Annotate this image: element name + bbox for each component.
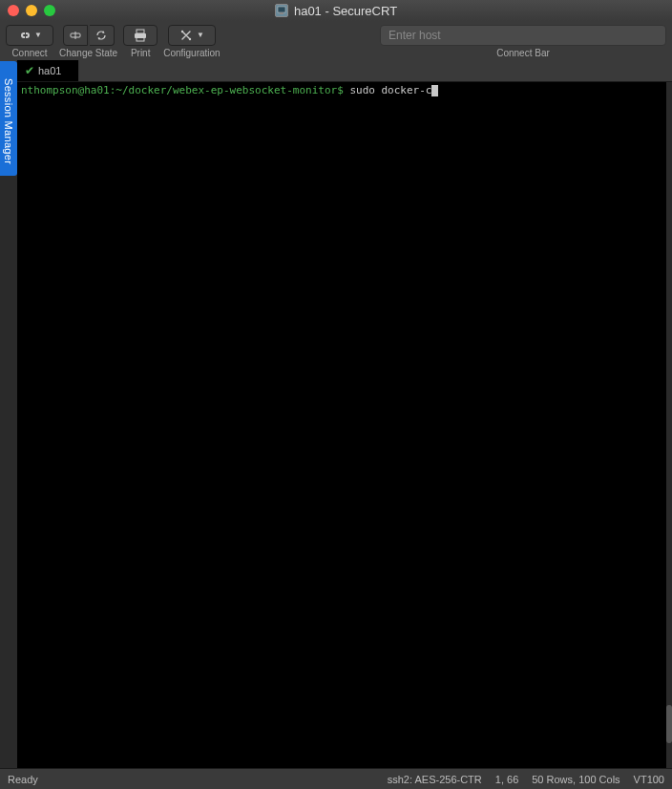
svg-rect-4 <box>136 30 144 33</box>
window-title: ha01 - SecureCRT <box>294 4 397 18</box>
change-state-group: Change State <box>59 25 117 58</box>
status-dimensions: 50 Rows, 100 Cols <box>532 774 620 785</box>
terminal-content: nthompson@ha01:~/docker/webex-ep-websock… <box>21 84 662 96</box>
app-icon <box>275 4 288 17</box>
terminal-cursor <box>431 85 438 96</box>
connect-label: Connect <box>11 48 47 58</box>
status-cursor-position: 1, 66 <box>495 774 518 785</box>
terminal-viewport[interactable]: nthompson@ha01:~/docker/webex-ep-websock… <box>17 82 666 768</box>
toolbar: ▼ Connect Change State Print ▼ <box>0 21 672 61</box>
window-title-area: ha01 - SecureCRT <box>0 4 672 18</box>
tab-label: ha01 <box>38 65 61 76</box>
print-group: Print <box>123 25 158 58</box>
host-input[interactable] <box>380 25 666 46</box>
dropdown-caret-icon: ▼ <box>197 31 204 39</box>
print-button[interactable] <box>123 25 158 46</box>
connect-button[interactable]: ▼ <box>6 25 53 46</box>
connect-bar-label: Connect Bar <box>496 48 550 58</box>
close-window-button[interactable] <box>8 5 19 16</box>
minimize-window-button[interactable] <box>26 5 37 16</box>
terminal-command: sudo docker-c <box>344 84 432 96</box>
config-label: Configuration <box>163 48 220 58</box>
vertical-scrollbar[interactable] <box>666 122 672 747</box>
session-manager-panel-tab[interactable]: Session Manager <box>0 61 17 176</box>
maximize-window-button[interactable] <box>44 5 55 16</box>
svg-rect-0 <box>278 7 285 12</box>
terminal-prompt: nthompson@ha01:~/docker/webex-ep-websock… <box>21 84 344 96</box>
connect-group: ▼ Connect <box>6 25 53 58</box>
window-controls <box>8 5 55 16</box>
dropdown-caret-icon: ▼ <box>34 31 42 39</box>
svg-point-7 <box>181 30 183 32</box>
printer-icon <box>133 29 148 42</box>
tab-bar: ✔ ha01 <box>17 61 672 82</box>
status-ready: Ready <box>8 774 388 785</box>
status-term-type: VT100 <box>634 774 664 785</box>
unplug-icon <box>69 29 82 42</box>
scroll-thumb[interactable] <box>666 705 672 743</box>
titlebar: ha01 - SecureCRT <box>0 0 672 21</box>
status-protocol: ssh2: AES-256-CTR <box>388 774 482 785</box>
svg-point-8 <box>189 37 191 39</box>
reconnect-button[interactable] <box>90 25 115 46</box>
svg-rect-1 <box>280 12 284 14</box>
refresh-icon <box>94 29 108 42</box>
status-right: ssh2: AES-256-CTR 1, 66 50 Rows, 100 Col… <box>388 774 664 785</box>
configuration-button[interactable]: ▼ <box>168 25 216 46</box>
status-bar: Ready ssh2: AES-256-CTR 1, 66 50 Rows, 1… <box>0 768 672 789</box>
print-label: Print <box>131 48 151 58</box>
change-state-label: Change State <box>59 48 117 58</box>
tools-icon <box>179 29 195 42</box>
config-group: ▼ Configuration <box>163 25 220 58</box>
main-area: Session Manager ✔ ha01 nthompson@ha01:~/… <box>0 61 672 768</box>
connected-check-icon: ✔ <box>25 64 34 77</box>
link-icon <box>17 29 32 42</box>
disconnect-button[interactable] <box>63 25 88 46</box>
connect-bar-area: Connect Bar <box>380 25 666 58</box>
session-tab-ha01[interactable]: ✔ ha01 <box>17 60 79 81</box>
